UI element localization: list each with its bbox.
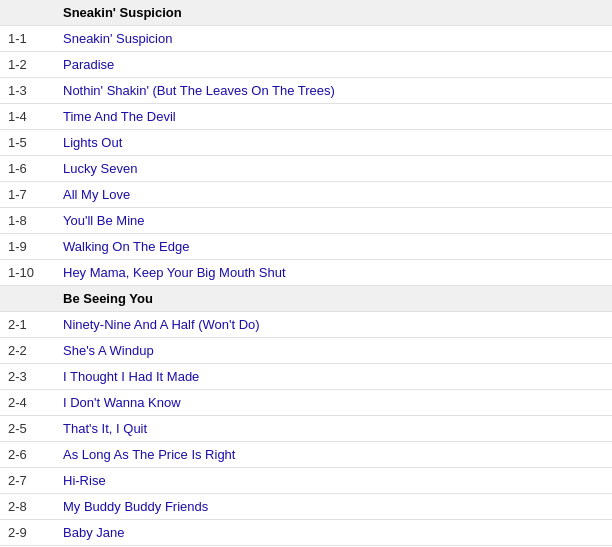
table-row: 2-7Hi-Rise <box>0 468 612 494</box>
track-title[interactable]: You'll Be Mine <box>63 213 145 228</box>
table-row: 1-7All My Love <box>0 182 612 208</box>
table-row: 1-1Sneakin' Suspicion <box>0 26 612 52</box>
table-row: 1-9Walking On The Edge <box>0 234 612 260</box>
track-title[interactable]: Sneakin' Suspicion <box>63 31 172 46</box>
track-title[interactable]: Ninety-Nine And A Half (Won't Do) <box>63 317 260 332</box>
table-row: 1-4Time And The Devil <box>0 104 612 130</box>
table-row: 1-2Paradise <box>0 52 612 78</box>
track-number: 2-3 <box>8 369 63 384</box>
album-header-0: Sneakin' Suspicion <box>0 0 612 26</box>
track-title[interactable]: Lucky Seven <box>63 161 137 176</box>
track-title[interactable]: Hi-Rise <box>63 473 106 488</box>
track-title[interactable]: I Don't Wanna Know <box>63 395 181 410</box>
album-header-1: Be Seeing You <box>0 286 612 312</box>
track-number: 1-5 <box>8 135 63 150</box>
track-title[interactable]: As Long As The Price Is Right <box>63 447 235 462</box>
table-row: 1-6Lucky Seven <box>0 156 612 182</box>
track-title[interactable]: That's It, I Quit <box>63 421 147 436</box>
track-number: 2-2 <box>8 343 63 358</box>
track-title[interactable]: I Thought I Had It Made <box>63 369 199 384</box>
album-title: Be Seeing You <box>63 291 153 306</box>
track-number: 1-6 <box>8 161 63 176</box>
table-row: 2-3I Thought I Had It Made <box>0 364 612 390</box>
table-row: 1-5Lights Out <box>0 130 612 156</box>
track-number: 2-6 <box>8 447 63 462</box>
table-row: 1-3Nothin' Shakin' (But The Leaves On Th… <box>0 78 612 104</box>
track-number: 1-3 <box>8 83 63 98</box>
track-number: 1-9 <box>8 239 63 254</box>
track-number: 1-1 <box>8 31 63 46</box>
track-number: 1-7 <box>8 187 63 202</box>
track-number: 1-8 <box>8 213 63 228</box>
track-title[interactable]: Lights Out <box>63 135 122 150</box>
track-title[interactable]: All My Love <box>63 187 130 202</box>
track-number: 1-4 <box>8 109 63 124</box>
track-title[interactable]: Time And The Devil <box>63 109 176 124</box>
track-title[interactable]: Hey Mama, Keep Your Big Mouth Shut <box>63 265 286 280</box>
track-title[interactable]: Nothin' Shakin' (But The Leaves On The T… <box>63 83 335 98</box>
track-title[interactable]: Baby Jane <box>63 525 124 540</box>
track-number: 2-5 <box>8 421 63 436</box>
table-row: 2-8My Buddy Buddy Friends <box>0 494 612 520</box>
track-number: 2-8 <box>8 499 63 514</box>
table-row: 2-5That's It, I Quit <box>0 416 612 442</box>
track-number: 2-1 <box>8 317 63 332</box>
track-title[interactable]: She's A Windup <box>63 343 154 358</box>
table-row: 1-10Hey Mama, Keep Your Big Mouth Shut <box>0 260 612 286</box>
table-row: 2-9Baby Jane <box>0 520 612 546</box>
track-title[interactable]: My Buddy Buddy Friends <box>63 499 208 514</box>
table-row: 2-1Ninety-Nine And A Half (Won't Do) <box>0 312 612 338</box>
track-number: 2-7 <box>8 473 63 488</box>
tracklist-table: Sneakin' Suspicion1-1Sneakin' Suspicion1… <box>0 0 612 547</box>
track-title[interactable]: Walking On The Edge <box>63 239 189 254</box>
track-number: 1-2 <box>8 57 63 72</box>
table-row: 2-6As Long As The Price Is Right <box>0 442 612 468</box>
track-title[interactable]: Paradise <box>63 57 114 72</box>
table-row: 2-2She's A Windup <box>0 338 612 364</box>
track-number: 2-9 <box>8 525 63 540</box>
table-row: 2-4I Don't Wanna Know <box>0 390 612 416</box>
track-number: 1-10 <box>8 265 63 280</box>
album-title: Sneakin' Suspicion <box>63 5 182 20</box>
table-row: 1-8You'll Be Mine <box>0 208 612 234</box>
track-number: 2-4 <box>8 395 63 410</box>
